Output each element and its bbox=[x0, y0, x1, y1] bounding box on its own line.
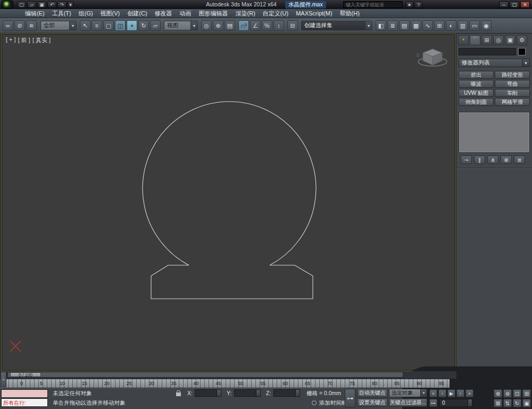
modifier-bevelprofile-button[interactable]: 倒角剖面 bbox=[459, 98, 494, 106]
align-icon[interactable]: ≣ bbox=[387, 20, 398, 31]
macro-recorder-field[interactable] bbox=[1, 389, 48, 398]
chevron-down-icon[interactable]: ▼ bbox=[420, 389, 427, 397]
set-keys-big-button[interactable]: ⊶ bbox=[345, 389, 355, 407]
help-icon[interactable]: ? bbox=[414, 1, 422, 8]
layer-manager-icon[interactable]: ▤ bbox=[399, 20, 410, 31]
modifier-meshsmooth-button[interactable]: 网格平滑 bbox=[495, 98, 530, 106]
next-frame-icon[interactable]: › bbox=[456, 389, 464, 397]
select-move-icon[interactable]: + bbox=[127, 20, 137, 31]
viewcube[interactable] bbox=[418, 49, 447, 66]
time-slider-handle[interactable]: 0 / 100 bbox=[10, 372, 41, 377]
menu-modifiers[interactable]: 修改器 bbox=[151, 9, 176, 18]
modifier-noise-button[interactable]: 噪波 bbox=[459, 80, 494, 88]
go-to-start-icon[interactable]: « bbox=[429, 389, 437, 397]
keyboard-override-icon[interactable]: ▤ bbox=[225, 20, 235, 31]
save-file-icon[interactable]: ▣ bbox=[37, 1, 46, 8]
pin-stack-icon[interactable]: ⊸ bbox=[461, 156, 472, 164]
chevron-down-icon[interactable]: ▼ bbox=[190, 21, 197, 30]
key-mode-toggle-icon[interactable]: ⊶ bbox=[429, 399, 437, 407]
key-selection-combo[interactable]: 选定对象 ▼ bbox=[389, 389, 427, 397]
tab-create-icon[interactable]: * bbox=[458, 35, 469, 45]
use-pivot-center-icon[interactable]: ◎ bbox=[201, 20, 212, 31]
tab-motion-icon[interactable]: ◎ bbox=[493, 35, 504, 45]
close-button[interactable]: ✕ bbox=[520, 1, 530, 8]
modifier-lathe-button[interactable]: 车削 bbox=[495, 89, 530, 97]
chevron-down-icon[interactable]: ▼ bbox=[522, 59, 529, 67]
select-object-icon[interactable]: ↖ bbox=[80, 20, 90, 31]
chevron-down-icon[interactable]: ▼ bbox=[365, 21, 372, 30]
previous-frame-icon[interactable]: ‹ bbox=[438, 389, 446, 397]
maximize-viewport-toggle-icon[interactable]: ▣ bbox=[522, 399, 531, 407]
z-coordinate-field[interactable] bbox=[273, 389, 300, 397]
viewport-pov-menu[interactable]: [ 前 ] bbox=[18, 36, 30, 44]
modifier-stack-list[interactable] bbox=[459, 112, 530, 153]
object-name-field[interactable] bbox=[459, 48, 516, 55]
zoom-region-icon[interactable]: ⊠ bbox=[494, 399, 502, 407]
render-setup-icon[interactable]: ▥ bbox=[458, 20, 468, 31]
menu-animation[interactable]: 动画 bbox=[176, 9, 195, 18]
menu-group[interactable]: 组(G) bbox=[75, 9, 97, 18]
redo-icon[interactable]: ↷ bbox=[57, 1, 66, 8]
reference-coord-combo[interactable]: 视图 ▼ bbox=[164, 21, 198, 30]
tab-hierarchy-icon[interactable]: ⊞ bbox=[481, 35, 492, 45]
modifier-bend-button[interactable]: 弯曲 bbox=[495, 80, 530, 88]
material-editor-icon[interactable]: ◐ bbox=[446, 20, 456, 31]
curve-editor-icon[interactable]: ∿ bbox=[422, 20, 433, 31]
select-link-icon[interactable]: ∞ bbox=[3, 20, 13, 31]
current-frame-field[interactable]: 0 bbox=[439, 399, 472, 407]
tab-modify-icon[interactable]: ⌒ bbox=[470, 35, 480, 45]
undo-icon[interactable]: ↶ bbox=[47, 1, 56, 8]
open-file-icon[interactable]: ▱ bbox=[27, 1, 36, 8]
viewcube-home-icon[interactable]: ⌂ bbox=[416, 51, 420, 58]
front-viewport[interactable]: [ + ] [ 前 ] [ 真实 ] ⌂ bbox=[1, 34, 455, 371]
track-bar-ruler[interactable]: 0 5 10 15 20 25 30 35 40 45 50 55 60 65 … bbox=[0, 379, 450, 388]
pan-view-icon[interactable]: ⇅ bbox=[503, 399, 512, 407]
play-animation-icon[interactable]: ▶ bbox=[447, 389, 455, 397]
angle-snap-icon[interactable]: ∠ bbox=[250, 20, 261, 31]
tab-display-icon[interactable]: ▣ bbox=[505, 35, 516, 45]
infocenter-search-input[interactable] bbox=[343, 1, 403, 8]
zoom-all-icon[interactable]: ⊜ bbox=[503, 389, 512, 398]
menu-edit[interactable]: 编辑(E) bbox=[21, 9, 48, 18]
maximize-button[interactable]: ▢ bbox=[510, 1, 519, 8]
select-rotate-icon[interactable]: ↻ bbox=[138, 20, 149, 31]
make-unique-icon[interactable]: ⋔ bbox=[487, 156, 498, 164]
selection-filter-combo[interactable]: 全部 ▼ bbox=[40, 21, 77, 30]
zoom-extents-icon[interactable]: ⊡ bbox=[513, 389, 521, 398]
modifier-uvwmap-button[interactable]: UVW 贴图 bbox=[459, 89, 494, 97]
menu-help[interactable]: 帮助(H) bbox=[336, 9, 363, 18]
rect-selection-region-icon[interactable]: ▢ bbox=[103, 20, 114, 31]
spline-shape[interactable] bbox=[143, 102, 316, 299]
viewport-shading-menu[interactable]: [ 真实 ] bbox=[32, 36, 51, 44]
selection-lock-icon[interactable] bbox=[176, 392, 181, 396]
named-sets-combo[interactable]: 创建选择集 ▼ bbox=[301, 21, 372, 30]
zoom-icon[interactable]: ⊕ bbox=[494, 389, 502, 398]
window-crossing-icon[interactable]: ◫ bbox=[115, 20, 126, 31]
key-filters-button[interactable]: 关键点过滤器... bbox=[389, 398, 427, 407]
minimize-button[interactable]: ─ bbox=[499, 1, 509, 8]
select-scale-icon[interactable]: ▱ bbox=[150, 20, 161, 31]
go-to-end-icon[interactable]: » bbox=[466, 389, 473, 397]
menu-maxscript[interactable]: MAXScript(M) bbox=[292, 9, 336, 18]
menu-tools[interactable]: 工具(T) bbox=[48, 9, 75, 18]
favorites-star-icon[interactable]: ★ bbox=[405, 1, 413, 8]
app-menu-logo-icon[interactable] bbox=[2, 1, 13, 9]
y-coordinate-field[interactable] bbox=[234, 389, 261, 397]
menu-create[interactable]: 创建(C) bbox=[123, 9, 151, 18]
percent-snap-icon[interactable]: % bbox=[262, 20, 272, 31]
rendered-frame-icon[interactable]: ▭ bbox=[469, 20, 480, 31]
unlink-icon[interactable]: ⊘ bbox=[14, 20, 25, 31]
mirror-icon[interactable]: ◧ bbox=[376, 20, 386, 31]
modifier-list-dropdown[interactable]: 修改器列表 ▼ bbox=[459, 59, 530, 67]
orbit-icon[interactable]: ↻ bbox=[513, 399, 521, 407]
auto-key-button[interactable]: 自动关键点 bbox=[357, 389, 388, 397]
modifier-extrude-button[interactable]: 挤出 bbox=[459, 71, 494, 79]
quick-access-flyout-icon[interactable]: ▾ bbox=[68, 1, 73, 8]
modifier-pathdeform-button[interactable]: 路径变形 bbox=[495, 71, 530, 79]
time-slider-track[interactable]: 0 / 100 bbox=[7, 372, 403, 378]
object-color-swatch[interactable] bbox=[518, 48, 526, 55]
x-coordinate-field[interactable] bbox=[195, 389, 221, 397]
zoom-extents-all-icon[interactable]: ⊞ bbox=[522, 389, 531, 398]
select-manipulate-icon[interactable]: ⊕ bbox=[213, 20, 223, 31]
maxscript-mini-listener[interactable]: 所有在行: bbox=[1, 398, 48, 407]
